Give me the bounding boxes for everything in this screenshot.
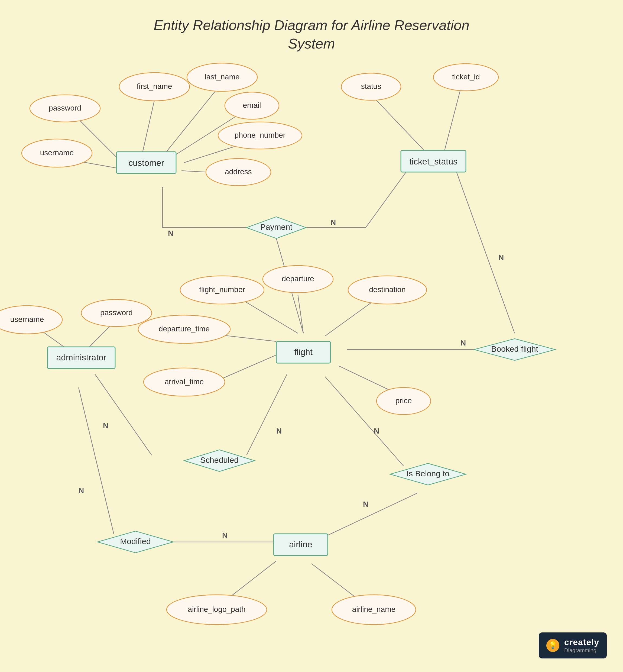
entity-customer: customer: [116, 152, 176, 173]
attr-destination: destination: [348, 276, 426, 304]
svg-text:flight_number: flight_number: [199, 285, 245, 294]
entity-administrator: administrator: [48, 347, 115, 369]
svg-line-7: [374, 97, 428, 154]
svg-line-0: [141, 100, 154, 160]
svg-text:airline_logo_path: airline_logo_path: [188, 605, 245, 613]
svg-text:email: email: [243, 101, 261, 110]
svg-text:airline: airline: [289, 539, 312, 549]
rel-payment: Payment: [246, 217, 306, 238]
svg-line-36: [79, 387, 114, 534]
svg-text:password: password: [100, 309, 133, 317]
svg-text:departure_time: departure_time: [159, 325, 210, 333]
svg-line-30: [246, 374, 287, 455]
attr-airline-logo-path: airline_logo_path: [167, 595, 267, 624]
svg-text:N: N: [498, 253, 504, 262]
page: Entity Relationship Diagram for Airline …: [0, 0, 623, 672]
attr-flight-number: flight_number: [180, 276, 264, 304]
svg-text:N: N: [330, 218, 336, 227]
svg-text:address: address: [225, 168, 252, 176]
attr-phone-number: phone_number: [218, 122, 302, 149]
svg-text:Payment: Payment: [260, 223, 293, 231]
rel-is-belong-to: Is Belong to: [390, 463, 466, 485]
svg-text:N: N: [168, 229, 173, 237]
svg-text:ticket_id: ticket_id: [452, 72, 480, 81]
rel-modified: Modified: [97, 531, 173, 553]
entity-airline: airline: [274, 534, 328, 555]
brand-name: creately: [564, 637, 599, 647]
svg-text:airline_name: airline_name: [352, 605, 395, 613]
svg-text:password: password: [49, 104, 81, 112]
svg-text:N: N: [79, 487, 84, 495]
attr-username-cust: username: [22, 139, 92, 167]
svg-text:Scheduled: Scheduled: [200, 456, 239, 464]
attr-price: price: [377, 387, 431, 415]
svg-line-20: [244, 301, 298, 333]
attr-ticket-id: ticket_id: [434, 64, 498, 91]
svg-text:phone_number: phone_number: [235, 131, 286, 139]
entity-flight: flight: [276, 342, 330, 363]
attr-departure: departure: [263, 266, 333, 293]
svg-text:username: username: [10, 315, 44, 324]
svg-text:price: price: [395, 397, 412, 405]
svg-text:status: status: [361, 82, 381, 90]
svg-text:Booked flight: Booked flight: [491, 344, 538, 353]
svg-line-22: [325, 301, 374, 336]
svg-text:username: username: [40, 148, 74, 157]
svg-line-12: [366, 168, 409, 228]
rel-scheduled: Scheduled: [184, 450, 255, 471]
svg-text:ticket_status: ticket_status: [409, 156, 457, 166]
svg-line-25: [338, 366, 395, 393]
svg-text:N: N: [461, 339, 466, 347]
svg-text:arrival_time: arrival_time: [165, 377, 204, 386]
svg-line-41: [312, 564, 358, 599]
svg-text:💡: 💡: [548, 641, 558, 649]
svg-text:N: N: [276, 427, 282, 435]
attr-airline-name: airline_name: [332, 595, 416, 624]
svg-line-16: [455, 168, 515, 333]
svg-text:N: N: [222, 531, 228, 539]
svg-line-21: [298, 295, 303, 333]
svg-text:first_name: first_name: [137, 82, 172, 90]
svg-text:flight: flight: [294, 347, 313, 357]
svg-text:Is Belong to: Is Belong to: [407, 469, 449, 478]
brand-logo: 💡 creately Diagramming: [539, 633, 607, 659]
attr-email: email: [225, 92, 279, 119]
rel-booked-flight: Booked flight: [474, 339, 555, 360]
svg-text:last_name: last_name: [205, 72, 239, 81]
brand-sub: Diagramming: [564, 647, 599, 653]
svg-text:departure: departure: [282, 274, 314, 283]
attr-username-admin: username: [0, 305, 62, 334]
svg-line-28: [95, 374, 152, 455]
attr-address: address: [206, 158, 271, 185]
svg-text:N: N: [103, 421, 108, 430]
svg-text:customer: customer: [128, 158, 164, 168]
svg-text:administrator: administrator: [56, 353, 107, 362]
svg-line-8: [444, 89, 461, 152]
svg-text:destination: destination: [369, 285, 406, 294]
svg-text:N: N: [374, 427, 379, 435]
attr-last-name: last_name: [187, 63, 257, 91]
svg-line-40: [228, 561, 276, 599]
er-diagram: N N N N N N: [0, 0, 623, 672]
attr-departure-time: departure_time: [138, 315, 230, 343]
bulb-icon: 💡: [546, 639, 559, 652]
svg-text:Modified: Modified: [120, 537, 151, 546]
attr-password-admin: password: [81, 299, 152, 326]
attr-password-cust: password: [30, 95, 100, 122]
svg-text:N: N: [363, 500, 368, 508]
attr-status: status: [341, 73, 401, 100]
entity-ticket-status: ticket_status: [401, 150, 466, 172]
svg-line-34: [325, 493, 417, 536]
attr-first-name: first_name: [119, 72, 189, 101]
attr-arrival-time: arrival_time: [144, 368, 225, 396]
